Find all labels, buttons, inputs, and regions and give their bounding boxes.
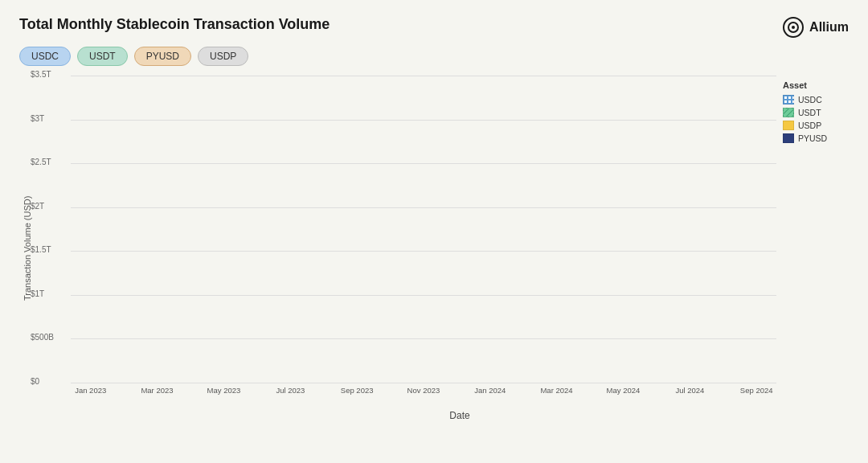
legend-item-usdc: USDC [783,95,842,104]
legend-item-usdt: USDT [783,108,842,117]
filter-btn-usdp[interactable]: USDP [198,47,248,66]
legend-items: USDCUSDTUSDPPYUSD [783,95,842,143]
legend-swatch-usdp [783,121,794,130]
bar-group-19 [708,76,740,383]
bar-group-5 [241,76,273,383]
filter-btn-pyusd[interactable]: PYUSD [134,47,191,66]
chart-with-legend: $3.5T$3T$2.5T$2T$1.5T$1T$500B$0 Jan 2023… [71,76,849,407]
bar-group-0 [74,76,106,383]
bar-group-4 [207,76,240,383]
chart-body: $3.5T$3T$2.5T$2T$1.5T$1T$500B$0 Jan 2023… [71,76,849,421]
legend-label-usdp: USDP [798,121,821,130]
x-label-2: Mar 2023 [141,386,174,395]
allium-logo: Allium [782,16,849,39]
x-label-14: Mar 2024 [540,386,573,395]
bar-group-12 [474,76,506,383]
x-label-18: Jul 2024 [674,386,706,395]
bar-group-7 [308,76,340,383]
x-label-8: Sep 2023 [340,386,373,395]
bar-group-9 [375,76,407,383]
logo-text: Allium [809,20,849,35]
legend: Asset USDCUSDTUSDPPYUSD [776,76,849,407]
filter-bar: USDCUSDTPYUSDUSDP [19,47,849,66]
x-label-16: May 2024 [607,386,641,395]
bars-container [71,76,776,383]
x-label-12: Jan 2024 [473,386,506,395]
legend-title: Asset [783,80,842,90]
logo-icon [782,16,805,39]
bar-group-1 [108,76,140,383]
x-axis: Jan 2023Mar 2023May 2023Jul 2023Sep 2023… [71,383,776,407]
filter-btn-usdt[interactable]: USDT [77,47,128,66]
bar-group-14 [541,76,573,383]
legend-item-usdp: USDP [783,121,842,130]
filter-btn-usdc[interactable]: USDC [19,47,71,66]
bar-group-10 [407,76,440,383]
x-label-6: Jul 2023 [274,386,307,395]
bar-group-20 [742,76,774,383]
legend-swatch-pyusd [783,133,794,143]
legend-label-usdt: USDT [798,108,821,117]
legend-label-usdc: USDC [798,95,822,104]
bar-group-8 [341,76,373,383]
legend-label-pyusd: PYUSD [798,133,827,143]
legend-swatch-usdt [783,108,794,117]
x-label-0: Jan 2023 [74,386,107,395]
bar-group-17 [641,76,674,383]
legend-item-pyusd: PYUSD [783,133,842,143]
bar-group-2 [141,76,173,383]
chart-area: Transaction Volume (USD) $3.5T$3T$2.5T$2… [19,76,849,421]
main-container: Total Monthly Stablecoin Transaction Vol… [0,0,868,463]
bar-group-15 [575,76,607,383]
x-axis-title: Date [71,410,849,421]
bar-group-3 [174,76,207,383]
bar-group-6 [274,76,306,383]
bars-wrapper: $3.5T$3T$2.5T$2T$1.5T$1T$500B$0 Jan 2023… [71,76,776,407]
bar-group-16 [608,76,641,383]
x-label-4: May 2023 [207,386,241,395]
legend-swatch-usdc [783,95,794,104]
chart-title: Total Monthly Stablecoin Transaction Vol… [19,16,330,33]
bar-group-18 [675,76,707,383]
bar-group-13 [508,76,540,383]
svg-point-2 [792,26,795,29]
x-label-20: Sep 2024 [740,386,773,395]
y-axis-ticks [35,76,71,421]
header: Total Monthly Stablecoin Transaction Vol… [19,16,849,39]
y-axis-label: Transaction Volume (USD) [19,76,35,421]
bar-group-11 [441,76,473,383]
x-label-10: Nov 2023 [407,386,440,395]
